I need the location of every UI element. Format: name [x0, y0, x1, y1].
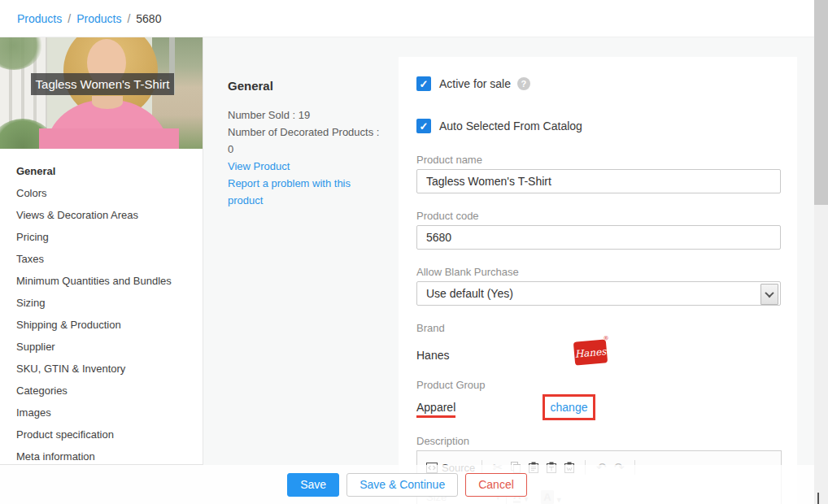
sidebar-item-sizing[interactable]: Sizing: [0, 292, 203, 314]
product-group-value: Apparel: [416, 401, 455, 418]
hanes-logo-text: Hanes: [574, 345, 607, 359]
scrollbar[interactable]: [814, 0, 828, 504]
report-problem-link[interactable]: Report a problem with this product: [228, 175, 381, 209]
sidebar-menu: General Colors Views & Decoration Areas …: [0, 160, 203, 467]
breadcrumb-separator: /: [68, 12, 71, 25]
allow-blank-purchase-label: Allow Blank Purchase: [416, 266, 781, 278]
brand-row: Hanes Hanes ®: [416, 342, 781, 371]
breadcrumb-link-products[interactable]: Products: [17, 12, 62, 25]
hanes-brand-logo: Hanes ®: [573, 339, 608, 365]
brand-label: Brand: [416, 322, 781, 334]
scrollbar-thumb[interactable]: [814, 0, 828, 205]
image-model-shirt: [39, 128, 179, 149]
number-sold-text: Number Sold : 19: [228, 106, 381, 124]
product-name-label: Product name: [416, 154, 781, 166]
product-group-row: Apparel change: [416, 400, 781, 424]
select-dropdown-button[interactable]: [760, 284, 778, 305]
checkmark-icon: ✓: [420, 121, 429, 132]
sidebar-item-sku-gtin-inventory[interactable]: SKU, GTIN & Inventory: [0, 358, 203, 380]
product-group-label: Product Group: [416, 379, 781, 391]
active-for-sale-label: Active for sale: [439, 77, 511, 90]
sidebar-item-supplier[interactable]: Supplier: [0, 336, 203, 358]
sidebar-item-pricing[interactable]: Pricing: [0, 226, 203, 248]
sidebar-item-views-decoration-areas[interactable]: Views & Decoration Areas: [0, 204, 203, 226]
section-title: General: [228, 79, 381, 93]
page: Products / Products / 5680 Tagless Women…: [0, 0, 828, 504]
info-panel: General Number Sold : 19 Number of Decor…: [228, 79, 381, 209]
sidebar-item-minimum-quantities[interactable]: Minimum Quantities and Bundles: [0, 270, 203, 292]
sidebar-item-general[interactable]: General: [0, 160, 203, 182]
product-code-label: Product code: [416, 210, 781, 222]
decorated-products-text: Number of Decorated Products : 0: [228, 124, 381, 158]
sidebar-item-taxes[interactable]: Taxes: [0, 248, 203, 270]
product-thumbnail-image: Tagless Women's T-Shirt: [0, 37, 203, 149]
product-image-label: Tagless Women's T-Shirt: [31, 73, 174, 95]
general-form-card: ✓ Active for sale ? ✓ Auto Selected From…: [399, 57, 797, 504]
breadcrumb-separator: /: [127, 12, 130, 25]
breadcrumb: Products / Products / 5680: [0, 0, 814, 37]
active-for-sale-row: ✓ Active for sale ?: [416, 76, 781, 91]
sidebar-item-categories[interactable]: Categories: [0, 380, 203, 402]
registered-mark-icon: ®: [603, 335, 609, 342]
auto-selected-row: ✓ Auto Selected From Catalog: [416, 119, 781, 133]
description-label: Description: [416, 435, 781, 447]
change-product-group-link[interactable]: change: [551, 401, 588, 414]
breadcrumb-current-item: 5680: [136, 12, 161, 25]
allow-blank-purchase-value: Use default (Yes): [426, 287, 513, 300]
action-bar: Save Save & Continue Cancel: [0, 465, 814, 504]
allow-blank-purchase-select[interactable]: Use default (Yes): [416, 281, 781, 306]
cancel-button[interactable]: Cancel: [465, 473, 527, 497]
sidebar-item-shipping-production[interactable]: Shipping & Production: [0, 314, 203, 336]
image-model-neckline: [92, 96, 123, 109]
checkmark-icon: ✓: [420, 79, 429, 89]
help-icon[interactable]: ?: [517, 77, 530, 90]
sidebar-item-colors[interactable]: Colors: [0, 182, 203, 204]
chevron-down-icon: [765, 289, 774, 298]
save-button[interactable]: Save: [287, 473, 339, 497]
sidebar-item-images[interactable]: Images: [0, 402, 203, 424]
scroll-down-icon[interactable]: [817, 493, 825, 500]
sidebar-item-meta-information[interactable]: Meta information: [0, 445, 203, 467]
active-for-sale-checkbox[interactable]: ✓: [416, 76, 431, 91]
view-product-link[interactable]: View Product: [228, 158, 381, 175]
product-name-input[interactable]: [416, 169, 781, 193]
breadcrumb-link-products-2[interactable]: Products: [76, 12, 121, 25]
product-code-input[interactable]: [416, 225, 781, 250]
brand-value: Hanes: [416, 349, 449, 362]
annotation-highlight-box: change: [543, 394, 595, 420]
sidebar: Tagless Women's T-Shirt General Colors V…: [0, 37, 203, 465]
auto-selected-label: Auto Selected From Catalog: [439, 119, 582, 133]
save-and-continue-button[interactable]: Save & Continue: [346, 473, 458, 497]
auto-selected-checkbox[interactable]: ✓: [416, 119, 431, 133]
sidebar-item-product-specification[interactable]: Product specification: [0, 424, 203, 445]
